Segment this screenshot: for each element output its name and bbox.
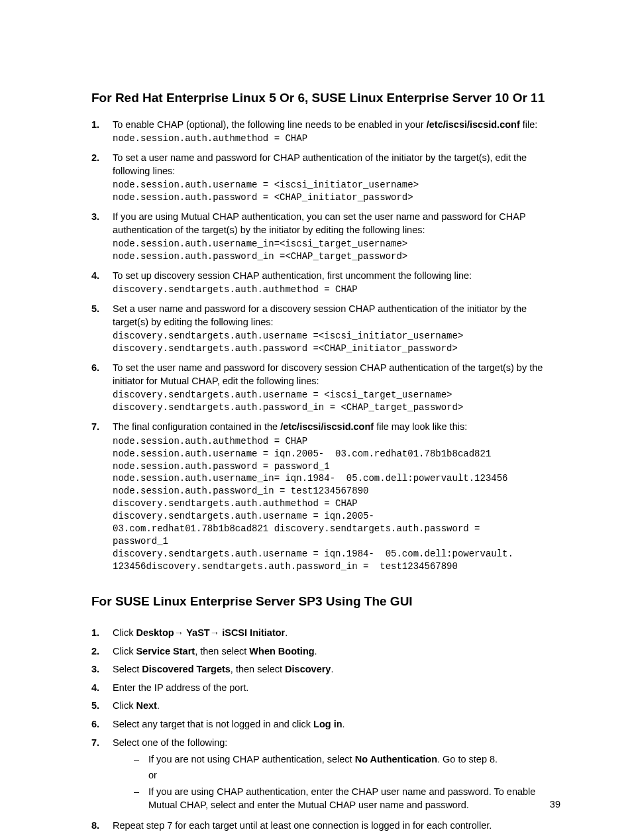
step-number: 1. (91, 627, 113, 640)
step-number: 5. (91, 303, 113, 316)
step-7: 7. Select one of the following: – If you… (91, 737, 560, 816)
code-block: discovery.sendtargets.auth.username = <i… (113, 389, 560, 414)
step-number: 8. (91, 819, 113, 833)
step-2: 2. To set a user name and password for C… (91, 152, 560, 207)
step-number: 7. (91, 737, 113, 750)
step-number: 2. (91, 152, 113, 165)
sub-option-2: – If you are using CHAP authentication, … (134, 786, 560, 812)
or-text: or (148, 769, 560, 782)
step-text: To enable CHAP (optional), the following… (113, 119, 560, 132)
step-number: 4. (91, 270, 113, 283)
step-4: 4. Enter the IP address of the port. (91, 682, 560, 696)
step-text: Enter the IP address of the port. (113, 682, 560, 695)
step-text: The final configuration contained in the… (113, 421, 560, 434)
step-3: 3. Select Discovered Targets, then selec… (91, 663, 560, 678)
step-text: Select any target that is not logged in … (113, 718, 560, 731)
step-text: Click Next. (113, 700, 560, 713)
heading-suse-gui: For SUSE Linux Enterprise Server SP3 Usi… (91, 593, 560, 610)
step-text: To set a user name and password for CHAP… (113, 152, 560, 178)
procedure-list-2: 1. Click Desktop→ YaST→ iSCSI Initiator.… (91, 627, 560, 834)
step-text: To set up discovery session CHAP authent… (113, 270, 560, 283)
step-2: 2. Click Service Start, then select When… (91, 645, 560, 660)
step-number: 3. (91, 663, 113, 676)
dash-bullet: – (134, 753, 148, 782)
step-5: 5. Set a user name and password for a di… (91, 303, 560, 358)
step-text: Set a user name and password for a disco… (113, 303, 560, 329)
step-number: 4. (91, 682, 113, 695)
step-text: Click Service Start, then select When Bo… (113, 645, 560, 658)
code-block: node.session.auth.username_in=<iscsi_tar… (113, 238, 560, 263)
step-6: 6. To set the user name and password for… (91, 362, 560, 417)
code-block: node.session.auth.authmethod = CHAP (113, 132, 560, 145)
step-text: Repeat step 7 for each target until at l… (113, 819, 560, 833)
sub-option-1: – If you are not using CHAP authenticati… (134, 753, 560, 782)
document-page: For Red Hat Enterprise Linux 5 Or 6, SUS… (0, 0, 632, 840)
code-block: discovery.sendtargets.auth.authmethod = … (113, 284, 560, 296)
heading-rhel-suse: For Red Hat Enterprise Linux 5 Or 6, SUS… (91, 89, 560, 107)
step-4: 4. To set up discovery session CHAP auth… (91, 270, 560, 299)
sub-option-text: If you are using CHAP authentication, en… (148, 786, 560, 812)
step-text: Click Desktop→ YaST→ iSCSI Initiator. (113, 627, 560, 640)
step-number: 5. (91, 700, 113, 713)
code-block: node.session.auth.authmethod = CHAP node… (113, 435, 560, 573)
step-number: 1. (91, 119, 113, 132)
step-8: 8. Repeat step 7 for each target until a… (91, 819, 560, 834)
step-1: 1. Click Desktop→ YaST→ iSCSI Initiator. (91, 627, 560, 641)
step-3: 3. If you are using Mutual CHAP authenti… (91, 211, 560, 266)
procedure-list-1: 1. To enable CHAP (optional), the follow… (91, 119, 560, 576)
code-block: node.session.auth.username = <iscsi_init… (113, 179, 560, 204)
step-number: 2. (91, 645, 113, 658)
sub-option-text: If you are not using CHAP authentication… (148, 753, 560, 766)
step-number: 7. (91, 421, 113, 434)
sub-option-list: – If you are not using CHAP authenticati… (134, 753, 560, 812)
step-number: 6. (91, 362, 113, 375)
dash-bullet: – (134, 786, 148, 812)
page-number: 39 (550, 798, 560, 812)
step-number: 6. (91, 718, 113, 731)
step-5: 5. Click Next. (91, 700, 560, 714)
step-text: Select one of the following: (113, 737, 560, 750)
step-7: 7. The final configuration contained in … (91, 421, 560, 575)
step-number: 3. (91, 211, 113, 224)
step-text: To set the user name and password for di… (113, 362, 560, 388)
step-text: Select Discovered Targets, then select D… (113, 663, 560, 676)
step-6: 6. Select any target that is not logged … (91, 718, 560, 733)
step-text: If you are using Mutual CHAP authenticat… (113, 211, 560, 236)
code-block: discovery.sendtargets.auth.username =<is… (113, 330, 560, 355)
step-1: 1. To enable CHAP (optional), the follow… (91, 119, 560, 148)
